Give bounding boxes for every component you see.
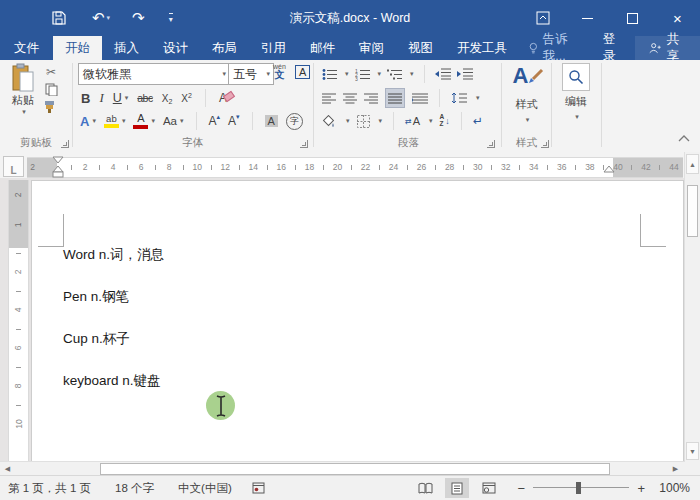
- enclose-characters-button[interactable]: 字: [286, 113, 303, 130]
- collapse-ribbon-icon[interactable]: [678, 128, 690, 146]
- underline-dropdown-icon[interactable]: ▾: [125, 94, 129, 102]
- tab-selector[interactable]: L: [3, 156, 24, 177]
- align-left-button[interactable]: [322, 93, 336, 104]
- grow-font-button[interactable]: A▴: [209, 114, 221, 128]
- scroll-down-icon[interactable]: ▼: [686, 442, 699, 460]
- macro-record-icon[interactable]: [252, 482, 265, 494]
- font-size-combo[interactable]: 五号 ▾: [228, 63, 274, 85]
- redo-icon[interactable]: ↷: [132, 9, 145, 27]
- document-line[interactable]: Pen n.钢笔: [63, 288, 643, 306]
- document-line[interactable]: keyboard n.键盘: [63, 372, 643, 390]
- font-name-dropdown-icon[interactable]: ▾: [222, 70, 226, 78]
- borders-button[interactable]: [357, 115, 370, 128]
- bullets-button[interactable]: [322, 68, 337, 81]
- tell-me-button[interactable]: 告诉我...: [519, 36, 591, 60]
- right-indent-marker[interactable]: [602, 165, 616, 174]
- ribbon-tab[interactable]: 引用: [249, 36, 298, 60]
- multilevel-dropdown-icon[interactable]: ▾: [410, 70, 414, 78]
- sort-button[interactable]: AZ↓: [440, 114, 450, 128]
- share-button[interactable]: 共享: [635, 36, 700, 60]
- ribbon-tab[interactable]: 视图: [396, 36, 445, 60]
- bullets-dropdown-icon[interactable]: ▾: [345, 70, 349, 78]
- change-case-button[interactable]: Aa: [163, 115, 177, 127]
- ribbon-tab[interactable]: 布局: [200, 36, 249, 60]
- bold-button[interactable]: B: [81, 91, 90, 106]
- text-effects-button[interactable]: A: [80, 114, 89, 129]
- font-size-dropdown-icon[interactable]: ▾: [266, 70, 270, 78]
- scroll-right-icon[interactable]: ▶: [669, 463, 682, 475]
- paste-button[interactable]: 粘贴 ▾: [5, 63, 41, 137]
- editing-button[interactable]: 编辑 ▾: [552, 63, 600, 121]
- asian-layout-button[interactable]: ⇄A: [405, 115, 420, 127]
- font-dialog-launcher-icon[interactable]: [300, 140, 308, 148]
- increase-indent-button[interactable]: [457, 68, 473, 80]
- justify-button[interactable]: [385, 88, 405, 108]
- clipboard-dialog-launcher-icon[interactable]: [61, 140, 69, 148]
- shading-button[interactable]: [322, 115, 337, 128]
- ribbon-tab[interactable]: 开始: [53, 36, 102, 60]
- shrink-font-button[interactable]: A▾: [228, 114, 240, 128]
- highlight-button[interactable]: ab: [104, 114, 119, 129]
- font-name-combo[interactable]: 微软雅黑 ▾: [78, 63, 230, 85]
- styles-dialog-launcher-icon[interactable]: [541, 140, 549, 148]
- tab-file[interactable]: 文件: [0, 36, 53, 60]
- highlight-dropdown-icon[interactable]: ▾: [122, 117, 126, 125]
- italic-button[interactable]: I: [99, 90, 103, 106]
- styles-dropdown-icon[interactable]: ▾: [526, 116, 530, 124]
- horizontal-scroll-thumb[interactable]: [100, 463, 610, 475]
- paragraph-dialog-launcher-icon[interactable]: [487, 140, 495, 148]
- read-mode-button[interactable]: [413, 478, 437, 498]
- character-border-button[interactable]: A: [295, 65, 310, 79]
- vertical-scroll-thumb[interactable]: [687, 185, 698, 237]
- vertical-ruler[interactable]: 21 246810: [8, 180, 29, 462]
- zoom-out-button[interactable]: −: [515, 481, 527, 496]
- document-page[interactable]: Word n.词，消息Pen n.钢笔Cup n.杯子keyboard n.键盘: [31, 180, 684, 462]
- undo-dropdown-icon[interactable]: ▾: [107, 14, 111, 22]
- scroll-up-icon[interactable]: ▲: [686, 154, 699, 174]
- web-layout-button[interactable]: [477, 478, 501, 498]
- page-indicator[interactable]: 第 1 页，共 1 页: [8, 481, 91, 496]
- document-line[interactable]: Word n.词，消息: [63, 246, 643, 264]
- subscript-button[interactable]: X2: [162, 93, 173, 104]
- cut-icon[interactable]: ✂: [44, 65, 58, 79]
- sign-in-button[interactable]: 登录: [591, 36, 635, 60]
- customize-qat-icon[interactable]: ▾: [169, 13, 173, 24]
- font-color-dropdown-icon[interactable]: ▾: [151, 117, 155, 125]
- vertical-scrollbar[interactable]: ▲ ▼: [684, 152, 700, 462]
- strikethrough-button[interactable]: abc: [137, 92, 152, 104]
- font-color-button[interactable]: A: [133, 113, 148, 129]
- language-indicator[interactable]: 中文(中国): [178, 481, 232, 496]
- zoom-slider-thumb[interactable]: [576, 482, 581, 494]
- horizontal-ruler[interactable]: 2 24681012141618202224262830323436384042…: [27, 157, 683, 178]
- undo-icon[interactable]: ↶: [92, 9, 105, 27]
- numbering-button[interactable]: 123: [355, 68, 370, 81]
- ribbon-tab[interactable]: 邮件: [298, 36, 347, 60]
- show-hide-marks-button[interactable]: ↵: [473, 114, 483, 128]
- line-spacing-dropdown-icon[interactable]: ▾: [476, 94, 480, 102]
- borders-dropdown-icon[interactable]: ▾: [379, 117, 383, 125]
- character-shading-button[interactable]: A: [265, 115, 278, 127]
- ribbon-tab[interactable]: 设计: [151, 36, 200, 60]
- change-case-dropdown-icon[interactable]: ▾: [180, 117, 184, 125]
- horizontal-scrollbar[interactable]: ◀ ▶: [0, 461, 685, 476]
- zoom-slider[interactable]: [533, 482, 629, 494]
- indent-markers[interactable]: [51, 156, 65, 178]
- word-count[interactable]: 18 个字: [115, 481, 154, 496]
- phonetic-guide-button[interactable]: wén 文: [273, 63, 286, 80]
- ribbon-tab[interactable]: 审阅: [347, 36, 396, 60]
- save-icon[interactable]: [52, 11, 66, 25]
- editing-dropdown-icon[interactable]: ▾: [575, 113, 579, 121]
- styles-button[interactable]: A 样式 ▾: [502, 63, 551, 124]
- text-effects-dropdown-icon[interactable]: ▾: [92, 117, 96, 125]
- print-layout-button[interactable]: [445, 478, 469, 498]
- ribbon-tab[interactable]: 插入: [102, 36, 151, 60]
- underline-button[interactable]: U: [113, 91, 122, 105]
- scroll-left-icon[interactable]: ◀: [1, 463, 14, 475]
- document-line[interactable]: Cup n.杯子: [63, 330, 643, 348]
- distribute-button[interactable]: [412, 93, 428, 104]
- asian-layout-dropdown-icon[interactable]: ▾: [429, 117, 433, 125]
- decrease-indent-button[interactable]: [435, 68, 451, 80]
- format-painter-icon[interactable]: [44, 100, 58, 113]
- superscript-button[interactable]: X2: [181, 93, 192, 104]
- align-right-button[interactable]: [364, 93, 378, 104]
